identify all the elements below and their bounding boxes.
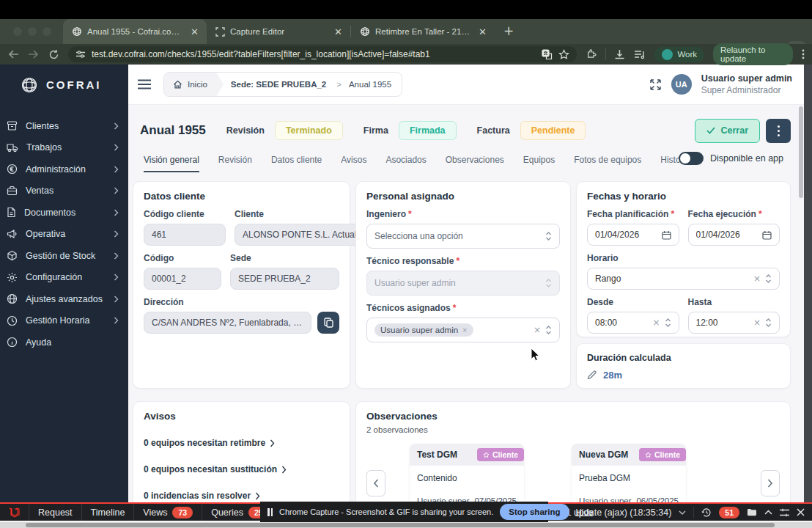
tab-avisos[interactable]: Avisos xyxy=(341,155,366,171)
tab-vision-general[interactable]: Visión general xyxy=(144,155,199,172)
tab-title: Anual 1955 - Cofrai.com Soft xyxy=(87,27,183,36)
new-tab-button[interactable]: + xyxy=(495,23,523,44)
tab-observaciones[interactable]: Observaciones xyxy=(446,155,504,171)
tab-close-icon[interactable]: ✕ xyxy=(476,26,489,37)
copy-address-button[interactable] xyxy=(317,312,339,334)
sidebar-item-administracion[interactable]: Administración xyxy=(0,158,128,180)
hasta-select[interactable]: 12:00 × xyxy=(688,312,780,334)
reload-icon[interactable] xyxy=(48,49,59,60)
sidebar-item-configuracion[interactable]: Configuración xyxy=(0,267,128,289)
vertical-scrollbar[interactable] xyxy=(799,106,803,198)
cerrar-button[interactable]: Cerrar xyxy=(695,119,760,143)
clear-icon[interactable]: × xyxy=(652,318,660,328)
tab-revision[interactable]: Revisión xyxy=(218,155,252,171)
debugbar-timeline[interactable]: Timeline xyxy=(82,504,135,521)
browser-tab-2[interactable]: Capture Editor ✕ xyxy=(207,19,350,44)
calendar-icon[interactable] xyxy=(762,230,772,240)
clear-icon[interactable]: × xyxy=(753,274,761,284)
aviso-link-retimbre[interactable]: 0 equipos necesitan retimbre xyxy=(144,438,339,448)
cards-row-2: Avisos 0 equipos necesitan retimbre 0 eq… xyxy=(133,401,791,502)
browser-menu-icon[interactable] xyxy=(802,49,805,59)
back-icon[interactable] xyxy=(7,49,19,59)
card-title: Personal asignado xyxy=(366,191,560,202)
breadcrumb-sede[interactable]: Sede: SEDE PRUEBA_2 xyxy=(224,80,332,89)
aviso-link-incidencias[interactable]: 0 incidencias sin resolver xyxy=(144,491,339,501)
brand[interactable]: COFRAI xyxy=(0,65,128,105)
sede-input[interactable]: SEDE PRUEBA_2 xyxy=(230,268,339,290)
reading-list-icon[interactable] xyxy=(634,50,646,59)
history-icon[interactable] xyxy=(701,507,712,518)
sidebar-item-ajustes-avanzados[interactable]: Ajustes avanzados xyxy=(0,288,128,310)
address-bar[interactable]: test.dev.cofrai.com/checks/1955/edit?tab… xyxy=(68,46,577,62)
download-icon[interactable] xyxy=(614,49,625,60)
tab-close-icon[interactable]: ✕ xyxy=(332,26,344,37)
extension-icon[interactable] xyxy=(586,49,597,60)
user-info[interactable]: Usuario super admin Super Administrador xyxy=(701,73,792,95)
chevron-up-icon[interactable] xyxy=(764,510,772,515)
settings-sliders-icon[interactable] xyxy=(780,508,789,517)
breadcrumb-home[interactable]: Inicio xyxy=(164,73,216,96)
fecha-ejecucion-input[interactable]: 01/04/2026 xyxy=(688,224,780,246)
ingeniero-select[interactable]: Selecciona una opción xyxy=(366,224,560,249)
pencil-icon[interactable] xyxy=(587,370,597,380)
observation-card-2[interactable]: Nueva DGM Cliente Prueba DGM Usuario sup… xyxy=(572,444,686,502)
clear-icon[interactable]: × xyxy=(534,325,541,335)
briefcase-icon xyxy=(7,186,18,196)
sidebar-item-ventas[interactable]: Ventas xyxy=(0,180,128,202)
tecnicos-asignados-select[interactable]: Usuario super admin × × xyxy=(366,318,560,342)
pause-icon[interactable] xyxy=(267,508,273,516)
fullscreen-icon[interactable] xyxy=(649,78,662,91)
folder-icon[interactable] xyxy=(747,508,757,517)
chevron-down-icon[interactable] xyxy=(679,510,686,515)
tab-equipos[interactable]: Equipos xyxy=(523,155,555,171)
hamburger-icon[interactable] xyxy=(137,79,152,89)
sidebar-item-clientes[interactable]: Clientes xyxy=(0,115,128,137)
tecnico-responsable-select[interactable]: Usuario super admin xyxy=(366,271,560,296)
sidebar-item-gestion-horaria[interactable]: Gestión Horaria xyxy=(0,310,128,332)
tab-close-icon[interactable]: ✕ xyxy=(188,26,201,37)
carousel-next-button[interactable] xyxy=(761,470,780,496)
observation-card-1[interactable]: Test DGM Cliente Contenido Usuario super… xyxy=(410,444,524,502)
selected-chip[interactable]: Usuario super admin × xyxy=(374,323,473,337)
more-options-button[interactable] xyxy=(766,119,791,143)
browser-tab-3[interactable]: Retimbre En Taller - 2191 - C ✕ xyxy=(351,19,495,44)
window-controls[interactable] xyxy=(0,27,63,44)
horario-select[interactable]: Rango × xyxy=(587,268,780,290)
direccion-input[interactable]: C/SAN ANDRES Nº2, Fuenlabrada, , 28942 xyxy=(144,312,311,334)
profile-badge[interactable]: Work xyxy=(654,47,704,62)
relaunch-button[interactable]: Relaunch to update xyxy=(713,43,793,65)
desde-select[interactable]: 08:00 × xyxy=(587,312,679,334)
sidebar-item-operativa[interactable]: Operativa xyxy=(0,224,128,246)
sidebar-item-ayuda[interactable]: Ayuda xyxy=(0,331,128,353)
horizontal-scrollbar-thumb[interactable] xyxy=(26,523,775,527)
stop-sharing-button[interactable]: Stop sharing xyxy=(500,504,569,520)
avatar[interactable]: UA xyxy=(671,74,692,95)
close-icon[interactable] xyxy=(797,508,805,516)
carousel-prev-button[interactable] xyxy=(366,470,385,496)
star-icon xyxy=(645,452,652,458)
debugbar-logo[interactable] xyxy=(0,504,29,521)
fecha-planificacion-input[interactable]: 01/04/2026 xyxy=(587,224,679,246)
tab-fotos-equipos[interactable]: Fotos de equipos xyxy=(574,155,641,171)
site-settings-icon[interactable] xyxy=(75,50,86,59)
forward-icon[interactable] xyxy=(28,49,40,59)
required-mark: * xyxy=(759,209,762,219)
hide-link[interactable]: Hide xyxy=(576,507,594,516)
browser-tab-1[interactable]: Anual 1955 - Cofrai.com Soft ✕ xyxy=(63,19,207,44)
tab-datos-cliente[interactable]: Datos cliente xyxy=(271,155,322,171)
aviso-link-sustitucion[interactable]: 0 equipos necesitan sustitución xyxy=(144,464,339,474)
disponible-toggle[interactable] xyxy=(679,152,704,165)
tab-asociados[interactable]: Asociados xyxy=(385,155,426,171)
translate-icon[interactable] xyxy=(542,49,553,60)
bookmark-star-icon[interactable] xyxy=(558,49,569,60)
debugbar-request[interactable]: Request xyxy=(29,504,82,521)
codigo-cliente-input[interactable]: 461 xyxy=(144,224,226,246)
clear-icon[interactable]: × xyxy=(753,318,761,328)
chip-remove-icon[interactable]: × xyxy=(462,326,467,334)
codigo-input[interactable]: 00001_2 xyxy=(144,268,221,290)
sidebar-item-trabajos[interactable]: Trabajos xyxy=(0,137,128,159)
sidebar-item-documentos[interactable]: Documentos xyxy=(0,202,128,224)
sidebar-item-gestion-stock[interactable]: Gestión de Stock xyxy=(0,245,128,267)
debugbar-views[interactable]: Views73 xyxy=(134,504,202,521)
calendar-icon[interactable] xyxy=(662,230,671,240)
